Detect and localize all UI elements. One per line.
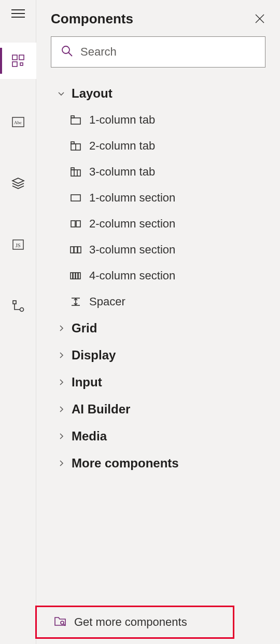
tree-item-1-column-section[interactable]: 1-column section [69, 185, 265, 211]
components-panel: Components Layout1-column tab2-column ta… [36, 0, 280, 644]
nav-item-layers[interactable] [0, 165, 36, 202]
tab-2-icon [69, 140, 82, 152]
svg-rect-0 [12, 55, 17, 60]
group-header-grid[interactable]: Grid [51, 315, 265, 342]
chevron-right-icon [57, 324, 65, 332]
group-label: Layout [72, 86, 113, 101]
chevron-right-icon [57, 432, 65, 440]
tree-item-2-column-section[interactable]: 2-column section [69, 211, 265, 237]
svg-line-13 [68, 52, 72, 56]
component-tree: Layout1-column tab2-column tab3-column t… [51, 80, 265, 644]
item-label: Spacer [89, 295, 125, 308]
tree-item-spacer[interactable]: Spacer [69, 289, 265, 315]
svg-rect-1 [12, 62, 17, 66]
tab-1-icon [69, 114, 82, 126]
abc-icon: Abc [11, 115, 25, 129]
group-header-media[interactable]: Media [51, 423, 265, 450]
svg-point-9 [20, 308, 23, 312]
tree-item-4-column-section[interactable]: 4-column section [69, 263, 265, 289]
svg-rect-8 [13, 301, 16, 304]
svg-rect-29 [71, 273, 73, 279]
search-box[interactable] [51, 36, 265, 68]
nav-item-js[interactable]: JS [0, 226, 36, 263]
svg-text:Abc: Abc [14, 120, 22, 125]
close-button[interactable] [254, 13, 265, 24]
spacer-icon [69, 296, 82, 308]
svg-rect-27 [74, 247, 77, 253]
svg-rect-15 [71, 118, 80, 124]
get-more-components-button[interactable]: Get more components [35, 606, 234, 639]
tree-item-2-column-tab[interactable]: 2-column tab [69, 133, 265, 159]
chevron-down-icon [57, 89, 65, 98]
components-icon [11, 53, 25, 68]
tree-item-3-column-section[interactable]: 3-column section [69, 237, 265, 263]
svg-rect-2 [19, 55, 24, 60]
nav-item-components[interactable] [0, 43, 36, 79]
tab-3-icon [69, 166, 82, 178]
svg-text:JS: JS [16, 243, 20, 248]
flow-icon [11, 299, 25, 313]
chevron-right-icon [57, 405, 65, 413]
group-header-more-components[interactable]: More components [51, 450, 265, 477]
nav-item-abc[interactable]: Abc [0, 104, 36, 140]
item-label: 1-column section [89, 191, 175, 205]
hamburger-menu-button[interactable] [11, 9, 25, 18]
svg-rect-28 [78, 247, 81, 253]
group-header-display[interactable]: Display [51, 342, 265, 369]
svg-rect-26 [71, 247, 74, 253]
group-items-layout: 1-column tab2-column tab3-column tab1-co… [51, 107, 265, 315]
item-label: 3-column section [89, 243, 175, 257]
group-label: More components [72, 456, 179, 471]
nav-item-flow[interactable] [0, 288, 36, 324]
chevron-right-icon [57, 351, 65, 359]
svg-rect-31 [76, 273, 78, 279]
item-label: 3-column tab [89, 165, 155, 179]
group-label: Grid [72, 321, 97, 336]
group-label: Media [72, 429, 107, 444]
sec-3-icon [69, 244, 82, 256]
panel-title: Components [51, 11, 133, 27]
item-label: 4-column section [89, 269, 175, 283]
chevron-right-icon [57, 459, 65, 467]
group-label: AI Builder [72, 402, 130, 417]
js-icon: JS [11, 238, 25, 251]
group-label: Display [72, 348, 116, 363]
svg-rect-32 [78, 273, 80, 279]
sec-2-icon [69, 218, 82, 230]
group-header-input[interactable]: Input [51, 369, 265, 396]
tree-item-3-column-tab[interactable]: 3-column tab [69, 159, 265, 185]
search-input[interactable] [80, 45, 256, 59]
chevron-right-icon [57, 378, 65, 386]
layers-icon [11, 177, 25, 190]
item-label: 1-column tab [89, 113, 155, 127]
tree-item-1-column-tab[interactable]: 1-column tab [69, 107, 265, 133]
footer-label: Get more components [74, 615, 187, 629]
group-header-layout[interactable]: Layout [51, 80, 265, 107]
item-label: 2-column tab [89, 139, 155, 153]
svg-rect-20 [71, 170, 80, 176]
panel-header: Components [51, 4, 265, 33]
search-icon [61, 45, 73, 59]
svg-rect-30 [73, 273, 75, 279]
svg-rect-3 [20, 63, 23, 65]
group-header-ai-builder[interactable]: AI Builder [51, 396, 265, 423]
sec-4-icon [69, 270, 82, 282]
item-label: 2-column section [89, 217, 175, 231]
nav-rail: Abc JS [0, 0, 36, 644]
svg-rect-24 [71, 221, 75, 227]
svg-rect-25 [76, 221, 80, 227]
folder-search-icon [53, 614, 67, 630]
group-label: Input [72, 375, 102, 390]
sec-1-icon [69, 192, 82, 204]
svg-point-12 [62, 46, 69, 53]
svg-rect-23 [71, 195, 80, 201]
